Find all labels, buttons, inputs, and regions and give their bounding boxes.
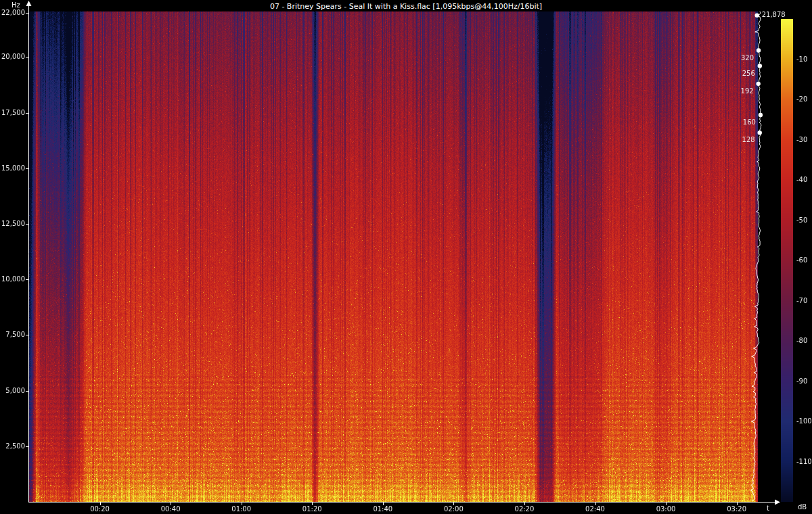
time-tick-label: 03:00 bbox=[656, 505, 676, 513]
freq-tick-label: 17,500 bbox=[1, 109, 25, 117]
db-colorbar bbox=[781, 19, 793, 502]
max-frequency-label: 21,878 bbox=[762, 11, 786, 19]
time-tick-label: 03:20 bbox=[727, 505, 746, 513]
db-tick-label: -70 bbox=[796, 297, 807, 305]
spectrogram-canvas bbox=[29, 11, 758, 502]
freq-tick-label: 2,500 bbox=[5, 442, 25, 450]
spectrum-analyzer-window: 07 - Britney Spears - Seal It with a Kis… bbox=[0, 0, 812, 514]
time-axis-label: t bbox=[767, 505, 769, 513]
db-axis-label: dB bbox=[798, 503, 807, 511]
db-tick-label: -50 bbox=[796, 216, 807, 225]
db-tick-label: -30 bbox=[796, 136, 807, 144]
db-tick-label: -80 bbox=[796, 337, 807, 345]
freq-tick-label: 15,000 bbox=[1, 164, 25, 172]
time-tick-label: 02:00 bbox=[444, 505, 464, 513]
db-tick-label: -90 bbox=[796, 377, 807, 386]
time-tick-label: 01:00 bbox=[231, 505, 251, 513]
time-tick-label: 00:40 bbox=[161, 505, 181, 513]
time-tick-label: 01:20 bbox=[302, 505, 322, 513]
db-tick-label: -100 bbox=[796, 417, 812, 425]
freq-tick-label: 10,000 bbox=[1, 275, 25, 283]
time-tick-label: 02:20 bbox=[515, 505, 535, 513]
time-tick-label: 02:40 bbox=[585, 505, 605, 513]
time-tick-label: 01:40 bbox=[373, 505, 392, 513]
file-title: 07 - Britney Spears - Seal It with a Kis… bbox=[0, 2, 812, 11]
freq-tick-label: 20,000 bbox=[1, 53, 25, 61]
db-tick-label: -40 bbox=[796, 176, 807, 184]
time-tick-label: 00:20 bbox=[90, 505, 110, 513]
freq-tick-label: 5,000 bbox=[5, 387, 25, 395]
db-tick-label: -60 bbox=[796, 256, 807, 264]
db-tick-label: -10 bbox=[796, 55, 807, 64]
freq-tick-label: 7,500 bbox=[5, 331, 25, 339]
freq-axis-label: Hz bbox=[12, 1, 20, 9]
freq-tick-label: 12,500 bbox=[1, 220, 25, 228]
db-tick-label: -110 bbox=[796, 458, 812, 466]
db-tick-label: -20 bbox=[796, 95, 807, 103]
